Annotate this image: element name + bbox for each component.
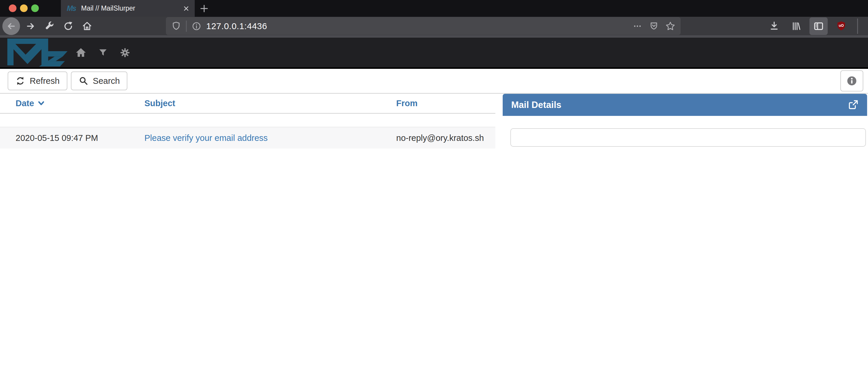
new-tab-button[interactable] <box>198 2 211 15</box>
page-tools-button[interactable] <box>41 18 58 34</box>
search-button[interactable]: Search <box>71 71 128 90</box>
app-settings-button[interactable] <box>117 44 133 61</box>
ublock-shield-icon: uO <box>836 21 847 32</box>
tab-close-icon[interactable] <box>182 5 190 12</box>
refresh-button-label: Refresh <box>30 76 60 86</box>
app-home-button[interactable] <box>73 44 89 61</box>
back-icon <box>6 21 17 31</box>
library-icon <box>790 21 801 31</box>
url-bar[interactable]: 127.0.0.1:4436 <box>166 17 681 35</box>
sidebar-button[interactable] <box>809 17 828 35</box>
home-button[interactable] <box>79 18 95 34</box>
info-circle-icon <box>846 76 857 86</box>
refresh-icon <box>15 76 25 86</box>
mail-subject-link[interactable]: Please verify your email address <box>145 133 268 143</box>
home-icon <box>75 47 87 59</box>
ublock-origin-button[interactable]: uO <box>833 18 849 34</box>
forward-icon <box>25 21 36 31</box>
window-close-button[interactable] <box>9 4 17 12</box>
column-header-date[interactable]: Date <box>0 94 137 113</box>
mail-from: no-reply@ory.kratos.sh <box>388 127 495 149</box>
app-filter-button[interactable] <box>95 44 111 61</box>
action-toolbar: Refresh Search <box>0 69 868 94</box>
window-minimize-button[interactable] <box>20 4 28 12</box>
reload-button[interactable] <box>60 18 76 34</box>
urlbar-divider <box>186 21 187 32</box>
column-header-from[interactable]: From <box>388 94 495 113</box>
menu-button[interactable] <box>866 18 868 34</box>
mail-details-empty-box <box>510 128 866 147</box>
mailslurper-logo <box>7 38 69 67</box>
search-button-label: Search <box>93 76 120 86</box>
gear-icon <box>120 47 130 58</box>
sort-desc-icon <box>38 100 45 107</box>
main-content: Date Subject From 2020-05-15 09:47 PM <box>0 94 868 385</box>
reload-icon <box>63 21 73 31</box>
refresh-button[interactable]: Refresh <box>8 71 67 90</box>
downloads-button[interactable] <box>766 18 782 34</box>
overflow-ellipsis-icon[interactable] <box>632 21 642 31</box>
wrench-icon <box>44 21 55 31</box>
browser-titlebar: Ms Mail // MailSlurper <box>0 0 868 17</box>
mail-list: Date Subject From 2020-05-15 09:47 PM <box>0 94 495 149</box>
forward-button[interactable] <box>22 18 39 34</box>
mailslurper-favicon-icon: Ms <box>67 4 76 13</box>
plus-icon <box>199 3 209 13</box>
library-button[interactable] <box>788 18 804 34</box>
mail-details-body <box>503 116 867 147</box>
info-button[interactable] <box>840 70 863 91</box>
column-header-subject[interactable]: Subject <box>137 94 388 113</box>
site-info-icon[interactable] <box>191 21 202 31</box>
tracking-shield-icon[interactable] <box>171 21 181 31</box>
empty-row <box>0 113 495 127</box>
url-text: 127.0.0.1:4436 <box>206 21 267 31</box>
mail-details-panel: Mail Details <box>503 94 867 147</box>
download-icon <box>769 21 779 31</box>
browser-navbar: 127.0.0.1:4436 uO <box>0 17 868 38</box>
mail-details-title: Mail Details <box>511 100 561 110</box>
external-link-icon <box>847 99 859 111</box>
bookmark-star-icon[interactable] <box>665 21 675 31</box>
tab-title: Mail // MailSlurper <box>81 4 135 12</box>
open-in-new-window-button[interactable] <box>847 99 859 111</box>
mail-row: 2020-05-15 09:47 PM Please verify your e… <box>0 127 495 149</box>
svg-text:uO: uO <box>839 23 844 27</box>
back-button[interactable] <box>2 17 20 35</box>
sidebar-icon <box>813 21 824 32</box>
mail-date: 2020-05-15 09:47 PM <box>0 127 137 149</box>
toolbar-divider <box>857 19 858 34</box>
app-header <box>0 38 868 69</box>
home-icon <box>82 21 92 31</box>
search-icon <box>79 76 89 86</box>
browser-tab[interactable]: Ms Mail // MailSlurper <box>61 0 195 17</box>
pocket-icon[interactable] <box>649 21 659 31</box>
filter-funnel-icon <box>98 48 107 57</box>
mail-details-heading: Mail Details <box>503 94 867 116</box>
window-zoom-button[interactable] <box>31 4 39 12</box>
